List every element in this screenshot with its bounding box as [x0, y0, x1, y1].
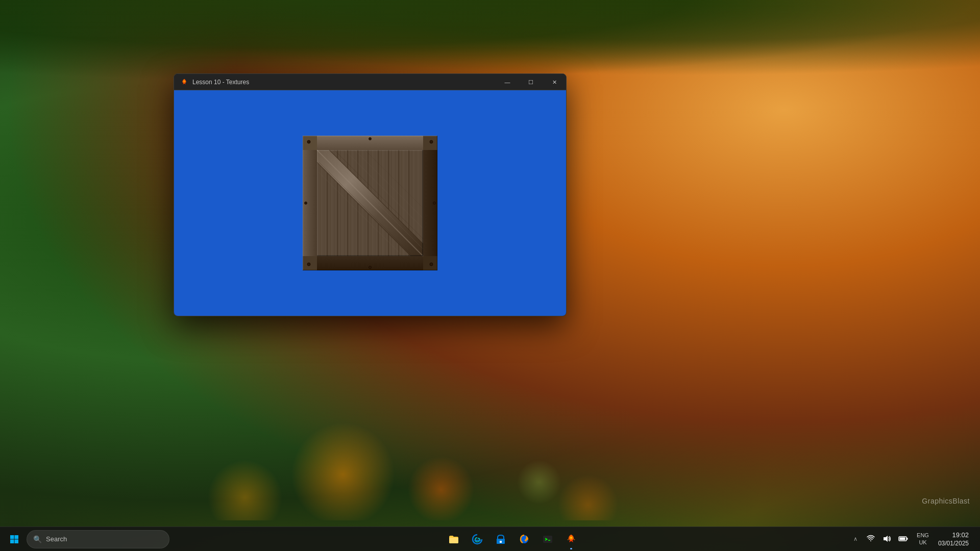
lesson-app[interactable] [560, 528, 582, 550]
svg-point-51 [307, 263, 310, 266]
svg-rect-44 [422, 150, 423, 256]
svg-rect-46 [303, 136, 303, 270]
svg-marker-67 [884, 536, 888, 542]
battery-icon-button[interactable] [896, 532, 911, 546]
svg-point-53 [369, 138, 372, 140]
taskbar: 🔍 Search [0, 527, 980, 551]
taskbar-apps [174, 528, 851, 550]
start-button[interactable] [4, 529, 24, 549]
wifi-icon-button[interactable] [864, 532, 878, 546]
svg-rect-45 [303, 136, 437, 136]
language-button[interactable]: ENG UK [915, 531, 931, 547]
svg-point-50 [430, 140, 433, 143]
locale-label: UK [919, 539, 926, 546]
terminal-app[interactable] [536, 528, 559, 550]
svg-point-49 [307, 140, 310, 143]
svg-rect-43 [317, 255, 423, 256]
wallpaper-bokeh [0, 367, 980, 520]
canvas-area [174, 90, 566, 316]
watermark: GraphicsBlast [922, 497, 970, 505]
volume-icon [883, 535, 891, 543]
windows-logo [10, 535, 19, 544]
tray-icons [864, 532, 911, 546]
svg-rect-59 [10, 539, 14, 543]
wifi-icon [867, 535, 875, 543]
wallpaper-foliage [0, 0, 980, 82]
battery-icon [898, 535, 909, 543]
svg-rect-69 [906, 538, 908, 540]
wooden-crate [299, 132, 442, 274]
terminal-icon [542, 534, 553, 545]
svg-rect-64 [543, 536, 552, 543]
volume-icon-button[interactable] [880, 532, 894, 546]
svg-rect-47 [303, 270, 437, 270]
desktop: GraphicsBlast Lesson 10 - Textures — ☐ ✕ [0, 0, 980, 551]
minimize-button[interactable]: — [496, 74, 519, 90]
system-tray: ∧ [851, 530, 976, 548]
svg-rect-58 [15, 535, 19, 539]
title-bar: Lesson 10 - Textures — ☐ ✕ [174, 74, 566, 90]
edge-app[interactable] [466, 528, 488, 550]
crate-container [299, 132, 442, 274]
file-explorer-app[interactable] [443, 528, 465, 550]
clock-time: 19:02 [952, 531, 969, 539]
taskbar-search[interactable]: 🔍 Search [27, 530, 169, 548]
svg-point-52 [430, 263, 433, 266]
datetime-button[interactable]: 19:02 03/01/2025 [935, 530, 972, 548]
clock-date: 03/01/2025 [938, 540, 969, 547]
window-controls: — ☐ ✕ [496, 74, 566, 90]
app-icon [180, 78, 188, 86]
svg-rect-60 [15, 539, 19, 543]
folder-icon [448, 534, 459, 545]
show-hidden-icons-button[interactable]: ∧ [851, 534, 860, 544]
search-icon: 🔍 [33, 535, 42, 543]
store-icon [495, 534, 506, 545]
svg-point-66 [570, 537, 572, 539]
edge-icon [472, 534, 483, 545]
rocket-icon [181, 79, 188, 86]
svg-rect-62 [500, 541, 502, 543]
app-window: Lesson 10 - Textures — ☐ ✕ [174, 73, 567, 316]
svg-rect-57 [10, 535, 14, 539]
close-button[interactable]: ✕ [543, 74, 566, 90]
svg-point-55 [305, 202, 307, 205]
firefox-icon [519, 534, 530, 545]
svg-rect-41 [317, 150, 423, 151]
svg-rect-42 [317, 150, 318, 256]
svg-point-56 [433, 202, 436, 205]
svg-rect-70 [900, 538, 905, 540]
firefox-app[interactable] [513, 528, 535, 550]
language-label: ENG [917, 532, 929, 539]
search-text: Search [46, 535, 67, 543]
maximize-button[interactable]: ☐ [519, 74, 543, 90]
store-app[interactable] [489, 528, 512, 550]
svg-point-0 [184, 80, 185, 82]
lesson-rocket-icon [566, 534, 577, 545]
svg-rect-48 [437, 136, 437, 270]
svg-point-54 [369, 266, 372, 269]
